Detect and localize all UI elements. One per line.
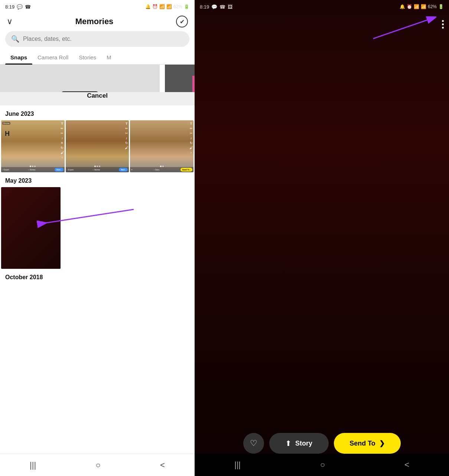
rotate-icon-1: ↻ [61,146,64,150]
right-status-bar: 8:19 💬 ☎ 🖼 🔔 ⏰ 📶 📶 62% 🔋 [195,0,449,13]
right-bottom-actions: ♡ ⬆ Story Send To ❯ [195,433,449,454]
month-may: May 2023 [0,172,195,187]
chevron-icon-1: › [62,156,63,159]
memories-title: Memories [75,17,114,26]
signal-icon: 📶 [166,4,172,9]
tab-camera-roll[interactable]: Camera Roll [32,50,74,64]
tab-snaps[interactable]: Snaps [5,50,32,64]
scissor-icon-1: ✂ [61,131,64,135]
check-button[interactable]: ✔ [176,16,188,27]
search-icon: 🔍 [11,35,19,43]
purple-arrow-right [370,16,436,42]
h-label-1: H [5,130,10,138]
next-btn-2[interactable]: Next › [119,168,128,172]
left-status-bar: 8:19 💬 ☎ 🔔 ⏰ 📶 📶 62% 🔋 [0,0,195,13]
tab-m[interactable]: M [101,50,117,64]
tabs-bar: Snaps Camera Roll Stories M [0,50,195,65]
stories-label-2: ○ Stories [92,169,100,171]
rotate-icon-2: ↻ [125,141,128,145]
snap-icons-2: T ✏ ✂ ♪ ↻ 🖌 [125,122,128,150]
t-icon-2: T [126,122,128,125]
dark-photo-may[interactable] [1,187,61,269]
three-dots-area [442,20,444,29]
battery-label-right: 62% [428,4,437,9]
alarm-icon-right: ⏰ [407,4,412,9]
music-icon-1: ♪ [61,136,63,140]
right-bottom-nav: ||| ○ < [195,454,449,476]
story-button-label: Story [295,440,312,447]
whatsapp-icon-right: 💬 [211,4,217,10]
right-nav-recent[interactable]: ||| [227,457,248,473]
three-dots-menu[interactable] [442,20,444,29]
pencil-label-3: ✏ [131,169,133,171]
tab-stories[interactable]: Stories [74,50,101,64]
image-icon-right: 🖼 [228,4,232,10]
bell-icon-right: 🔔 [400,4,405,9]
battery-icon-right: 🔋 [438,4,444,9]
search-input[interactable] [23,36,183,42]
thumb-bottom-2: ↑ Export ○ Stories Next › [66,167,129,172]
send-to-label: Send To [349,440,375,447]
cancel-button[interactable]: Cancel [0,92,195,105]
heart-icon: ♡ [250,438,257,448]
send-to-button[interactable]: Send To ❯ [334,433,401,454]
snap-icons-3: T ✏ ✂ ♪ ↻ 🖌 › [189,122,193,154]
scissor-icon-2: ✂ [125,131,128,135]
t-icon-1: T [61,122,63,125]
right-status-right: 🔔 ⏰ 📶 📶 62% 🔋 [400,4,444,9]
heart-button[interactable]: ♡ [243,433,264,454]
photo-thumb-2[interactable]: T ✏ ✂ ♪ ↻ 🖌 ↑ Export ○ Storie [66,120,129,172]
thumb-bottom-1: ↑ Export ○ Stories Next › [1,167,65,172]
call-icon-right: ☎ [219,4,225,10]
back-button[interactable]: ∨ [7,17,13,26]
left-status-right: 🔔 ⏰ 📶 📶 62% 🔋 [145,4,189,9]
rotate-icon-3: ↻ [190,141,193,145]
snap-icons-1: T ✏ ✂ ♪ ✕ ↻ 🖌 › [61,122,64,159]
bell-icon: 🔔 [145,4,151,9]
month-june: June 2023 [0,105,195,120]
top-crop-area: Cancel [0,65,195,105]
thumb-bottom-3: ✏ ○ Story Send To › [130,167,193,172]
brush-icon-1: 🖌 [61,151,64,154]
music-icon-3: ♪ [190,136,192,140]
search-bar[interactable]: 🔍 [5,31,189,47]
dot-2 [442,23,444,25]
right-nav-home[interactable]: ○ [313,457,332,473]
left-time: 8:19 [5,4,14,10]
nav-home[interactable]: ○ [88,457,108,473]
scroll-content[interactable]: Cancel June 2023 Drone H T ✏ ✂ ♪ ✕ ↻ [0,65,195,454]
drone-label-1: Drone [2,122,10,125]
x-icon-1: ✕ [61,141,64,145]
june-photo-grid: Drone H T ✏ ✂ ♪ ✕ ↻ 🖌 › [0,120,195,172]
photo-thumb-3[interactable]: T ✏ ✂ ♪ ↻ 🖌 › ✏ ○ Story [130,120,193,172]
pencil-icon-3: ✏ [190,127,193,130]
nav-recent-apps[interactable]: ||| [22,457,43,473]
signal-icon-right: 📶 [421,4,426,9]
brush-icon-2: 🖌 [125,146,128,150]
battery-label: 62% [173,4,182,9]
dog-photo-1: Drone H T ✏ ✂ ♪ ✕ ↻ 🖌 › [1,120,65,172]
pencil-icon-1: ✏ [61,127,64,130]
right-nav-back[interactable]: < [397,457,417,473]
scissor-icon-3: ✂ [190,131,193,135]
nav-back[interactable]: < [153,457,172,473]
left-panel: 8:19 💬 ☎ 🔔 ⏰ 📶 📶 62% 🔋 ∨ Memories ✔ 🔍 Sn… [0,0,195,476]
sendto-btn-3[interactable]: Send To › [180,168,192,172]
alarm-icon: ⏰ [152,4,158,9]
next-btn-1[interactable]: Next › [55,168,64,172]
month-october: October 2018 [0,269,195,284]
story-button[interactable]: ⬆ Story [269,433,329,454]
dot-1 [442,20,444,22]
svg-line-3 [373,20,427,39]
pencil-icon-2: ✏ [125,127,128,130]
photo-thumb-1[interactable]: Drone H T ✏ ✂ ♪ ✕ ↻ 🖌 › [1,120,65,172]
stories-label-1: ○ Stories [28,169,36,171]
dot-3 [442,27,444,29]
left-bottom-nav: ||| ○ < [0,454,195,476]
story-label-3: ○ Story [153,169,159,171]
dog-photo-2: T ✏ ✂ ♪ ↻ 🖌 [66,120,129,172]
left-status-left: 8:19 💬 ☎ [5,4,31,10]
whatsapp-icon: 💬 [17,4,23,10]
export-label-1: ↑ Export [2,169,9,171]
export-label-2: ↑ Export [67,169,74,171]
